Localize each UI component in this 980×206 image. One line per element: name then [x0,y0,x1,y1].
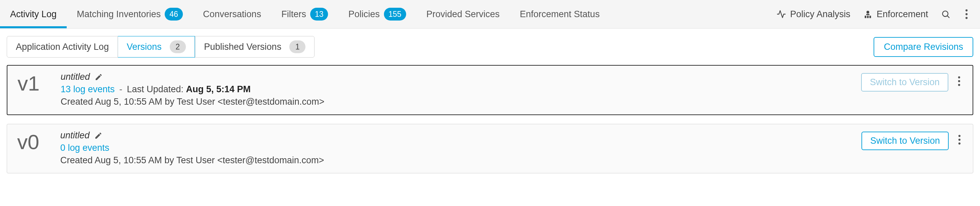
version-body: untitled 0 log events Created Aug 5, 10:… [60,130,852,166]
tab-label: Filters [281,9,306,19]
tab-label: Enforcement Status [520,9,600,19]
enforcement-icon [863,10,873,19]
tab-activity-log[interactable]: Activity Log [0,0,67,28]
svg-rect-3 [867,16,869,18]
svg-line-6 [947,16,949,17]
tab-matching-inventories[interactable]: Matching Inventories 46 [67,0,193,28]
tab-label: Matching Inventories [77,9,161,19]
badge: 46 [165,8,183,21]
button-label: Switch to Version [870,136,940,146]
search-button[interactable] [941,10,950,19]
subtab-label: Versions [127,42,162,52]
sub-tab-group: Application Activity Log Versions 2 Publ… [7,36,315,57]
subtab-label: Published Versions [204,42,282,52]
log-events-link[interactable]: 13 log events [60,84,115,94]
nav-label: Policy Analysis [790,9,850,19]
edit-icon[interactable] [95,73,103,81]
top-nav: Activity Log Matching Inventories 46 Con… [0,0,980,29]
version-title-row: untitled [60,72,852,82]
tab-enforcement-status[interactable]: Enforcement Status [510,0,610,28]
svg-point-11 [958,80,960,82]
subtab-app-activity-log[interactable]: Application Activity Log [7,36,118,57]
version-title: untitled [60,72,90,82]
svg-point-7 [966,10,967,11]
version-title-row: untitled [60,130,852,141]
tab-provided-services[interactable]: Provided Services [416,0,510,28]
svg-point-5 [943,11,948,16]
svg-point-12 [958,84,960,86]
version-card[interactable]: v1 untitled 13 log events - Last Updated… [7,65,973,115]
tab-filters[interactable]: Filters 13 [271,0,338,28]
nav-enforcement[interactable]: Enforcement [863,9,928,19]
version-actions: Switch to Version [861,72,963,92]
button-label: Switch to Version [870,77,940,87]
nav-label: Enforcement [877,9,928,19]
tab-conversations[interactable]: Conversations [193,0,271,28]
edit-icon[interactable] [94,132,102,140]
switch-to-version-button[interactable]: Switch to Version [861,73,948,92]
badge: 1 [289,40,305,53]
version-meta-line: 0 log events [60,143,852,153]
compare-revisions-button[interactable]: Compare Revisions [873,37,973,57]
subtab-label: Application Activity Log [16,42,109,52]
version-card[interactable]: v0 untitled 0 log events Created Aug 5, … [7,124,973,173]
kebab-icon [965,9,968,19]
svg-point-14 [958,139,961,141]
svg-rect-1 [866,14,869,15]
version-title: untitled [60,130,89,141]
version-actions: Switch to Version [861,130,963,150]
created-line: Created Aug 5, 10:55 AM by Test User <te… [60,97,852,107]
version-body: untitled 13 log events - Last Updated: A… [60,72,852,107]
activity-icon [776,10,786,19]
search-icon [941,10,950,19]
created-line: Created Aug 5, 10:55 AM by Test User <te… [60,155,852,166]
sub-tabs-row: Application Activity Log Versions 2 Publ… [0,29,980,65]
tab-policies[interactable]: Policies 155 [338,0,416,28]
top-nav-right: Policy Analysis Enforcement [776,8,973,21]
badge: 155 [384,8,406,21]
version-more-menu[interactable] [956,133,963,149]
version-id: v1 [18,72,51,94]
badge: 2 [170,40,186,53]
more-menu[interactable] [963,8,970,21]
svg-rect-2 [865,16,867,18]
badge: 13 [310,8,328,21]
tab-label: Conversations [203,9,261,19]
log-events-link[interactable]: 0 log events [60,143,110,153]
kebab-icon [958,135,961,145]
kebab-icon [958,76,961,86]
top-nav-left: Activity Log Matching Inventories 46 Con… [0,0,610,28]
tab-label: Provided Services [426,9,500,19]
version-id: v0 [17,130,51,152]
tab-label: Activity Log [10,9,57,19]
version-cards: v1 untitled 13 log events - Last Updated… [0,65,980,180]
svg-point-0 [867,11,869,13]
version-more-menu[interactable] [956,75,963,90]
svg-point-15 [958,143,961,144]
subtab-published-versions[interactable]: Published Versions 1 [195,36,315,57]
button-label: Compare Revisions [884,42,963,52]
subtab-versions[interactable]: Versions 2 [118,36,195,57]
updated-label: Last Updated: [127,84,186,94]
tab-label: Policies [348,9,380,19]
svg-point-8 [966,13,967,15]
separator: - [117,84,125,94]
nav-policy-analysis[interactable]: Policy Analysis [776,9,850,19]
svg-point-13 [958,135,961,137]
svg-point-10 [958,76,960,78]
updated-value: Aug 5, 5:14 PM [186,84,251,94]
version-meta-line: 13 log events - Last Updated: Aug 5, 5:1… [60,84,852,95]
svg-rect-4 [870,16,871,18]
switch-to-version-button[interactable]: Switch to Version [861,132,949,150]
svg-point-9 [966,17,967,19]
